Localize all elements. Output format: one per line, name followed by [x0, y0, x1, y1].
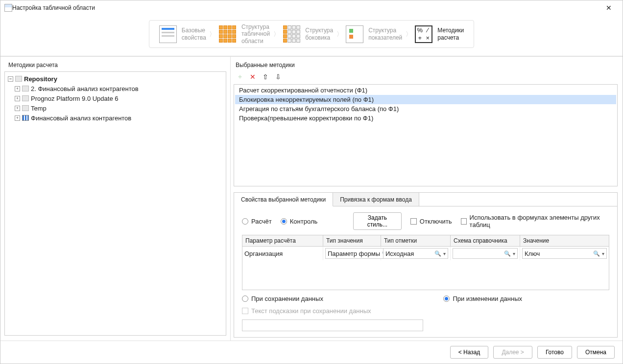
right-pane: Выбранные методики ＋ ✕ ⇧ ⇩ Расчет скорре… — [231, 57, 623, 341]
chevron-down-icon: ▾ — [443, 251, 446, 256]
expand-icon[interactable]: + — [15, 86, 20, 91]
main-area: Методики расчета − Repository + 2. Финан… — [0, 56, 623, 341]
folder-icon — [22, 86, 29, 91]
move-down-button[interactable]: ⇩ — [274, 72, 283, 81]
methods-toolbar: ＋ ✕ ⇧ ⇩ — [234, 71, 618, 84]
dialog-window: Настройка табличной области ✕ Базовые св… — [0, 0, 623, 364]
back-button[interactable]: < Назад — [450, 346, 489, 359]
step-table-structure[interactable]: Структура табличной области — [219, 23, 270, 45]
tree-item[interactable]: + Финансовый анализ контрагентов — [7, 113, 224, 123]
collapse-icon[interactable]: − — [8, 76, 13, 82]
footer: < Назад Далее > Готово Отмена — [0, 341, 623, 364]
folder-icon — [22, 95, 29, 101]
expand-icon[interactable]: + — [15, 106, 20, 111]
list-item[interactable]: Агрегация по статьям бухгалтерского бала… — [235, 104, 616, 114]
hint-checkbox: Текст подсказки при сохранении данных — [242, 307, 371, 315]
calc-icon: %⁄+× — [415, 25, 432, 43]
tree-item[interactable]: + Temp — [7, 103, 224, 113]
close-button[interactable]: ✕ — [599, 0, 619, 15]
search-icon: 🔍 — [593, 250, 600, 257]
folder-icon — [22, 105, 29, 111]
step-side-structure[interactable]: Структура боковика — [283, 25, 333, 43]
hint-input[interactable] — [242, 319, 423, 331]
step-base-props[interactable]: Базовые свойства — [159, 25, 206, 43]
param-name: Организация — [244, 250, 283, 257]
wizard-steps: Базовые свойства 〉 Структура табличной о… — [0, 15, 623, 56]
move-up-button[interactable]: ⇧ — [261, 72, 270, 81]
tab-body: Расчёт Контроль Задать стиль... Отключит… — [234, 206, 617, 337]
step-indicators[interactable]: Структура показателей — [346, 25, 402, 43]
grid-icon — [219, 25, 236, 43]
tree-item[interactable]: + 2. Финансовый анализ контрагентов — [7, 84, 224, 93]
next-button: Далее > — [493, 346, 532, 359]
set-style-button[interactable]: Задать стиль... — [353, 212, 402, 230]
side-icon — [283, 25, 300, 43]
indicator-icon — [346, 25, 363, 43]
chevron-down-icon: ▾ — [513, 251, 515, 256]
search-icon: 🔍 — [434, 250, 441, 257]
radio-calc[interactable]: Расчёт — [242, 218, 272, 225]
grid-header: Параметр расчёта Тип значения Тип отметк… — [242, 235, 609, 247]
folder-icon — [15, 76, 22, 82]
value-select[interactable]: Ключ🔍▾ — [522, 248, 607, 259]
left-title: Методики расчета — [8, 62, 226, 68]
form-icon — [159, 25, 177, 43]
mark-type-select[interactable]: Исходная🔍▾ — [383, 248, 448, 259]
list-item[interactable]: Блокировка некорректируемых полей (по Ф1… — [235, 95, 616, 104]
chevron-right-icon: 〉 — [402, 25, 415, 43]
repository-tree[interactable]: − Repository + 2. Финансовый анализ конт… — [4, 71, 226, 336]
tab-bindings[interactable]: Привязка к формам ввода — [333, 193, 419, 206]
tree-root[interactable]: − Repository — [7, 74, 224, 84]
expand-icon[interactable]: + — [15, 96, 20, 101]
chevron-down-icon: ▾ — [602, 251, 604, 256]
chevron-right-icon: 〉 — [270, 25, 283, 43]
step-calc-methods[interactable]: %⁄+× Методики расчета — [415, 25, 464, 43]
radio-on-save[interactable]: При сохранении данных — [242, 295, 323, 302]
chevron-right-icon: 〉 — [333, 25, 346, 43]
schema-select[interactable]: 🔍▾ — [453, 248, 518, 259]
radio-on-change[interactable]: При изменении данных — [443, 295, 522, 302]
params-grid: Параметр расчёта Тип значения Тип отметк… — [242, 235, 609, 290]
disable-checkbox[interactable]: Отключить — [410, 218, 452, 225]
cancel-button[interactable]: Отмена — [577, 346, 615, 359]
use-formulas-checkbox[interactable]: Использовать в формулах элементы других … — [461, 214, 609, 228]
titlebar: Настройка табличной области ✕ — [0, 0, 623, 15]
radio-control[interactable]: Контроль — [281, 218, 317, 225]
list-item[interactable]: Проверка(превышение корректировки по Ф1) — [235, 114, 616, 123]
right-title: Выбранные методики — [236, 62, 618, 68]
grid-row[interactable]: Организация Параметр формы🔍▾ Исходная🔍▾ … — [242, 247, 609, 260]
window-title: Настройка табличной области — [12, 4, 599, 11]
search-icon: 🔍 — [504, 250, 511, 257]
left-pane: Методики расчета − Repository + 2. Финан… — [0, 57, 231, 341]
tree-item[interactable]: + Prognoz Platform 9.0 Update 6 — [7, 93, 224, 103]
finish-button[interactable]: Готово — [537, 346, 572, 359]
properties-tabs: Свойства выбранной методики Привязка к ф… — [234, 192, 618, 338]
methods-list[interactable]: Расчет скорректированной отчетности (Ф1)… — [234, 84, 618, 186]
list-item[interactable]: Расчет скорректированной отчетности (Ф1) — [235, 86, 616, 95]
remove-button[interactable]: ✕ — [248, 72, 257, 81]
app-icon — [4, 4, 12, 12]
expand-icon[interactable]: + — [15, 115, 20, 121]
chevron-right-icon: 〉 — [206, 25, 219, 43]
chart-icon — [22, 115, 29, 121]
tab-properties[interactable]: Свойства выбранной методики — [234, 193, 333, 206]
add-button[interactable]: ＋ — [236, 72, 244, 81]
